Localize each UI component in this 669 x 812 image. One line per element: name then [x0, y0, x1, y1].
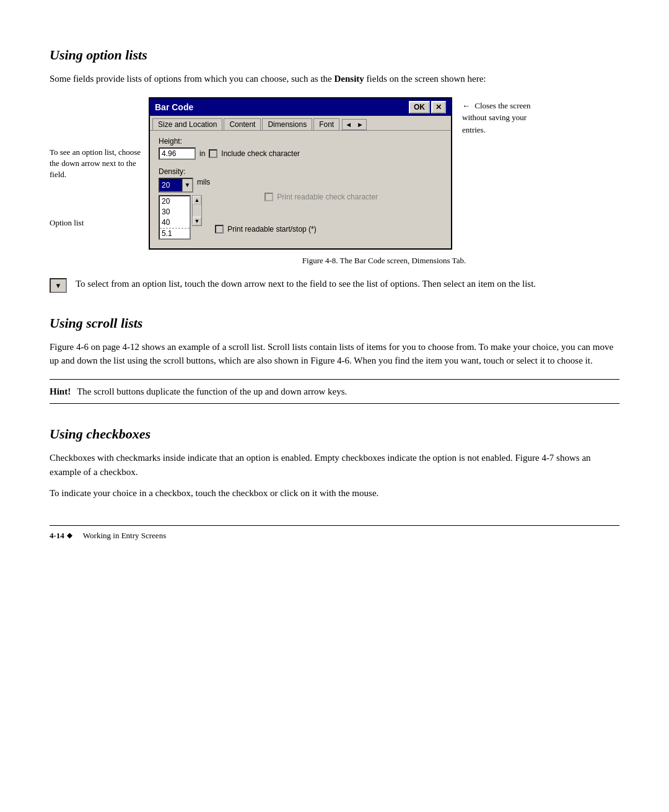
height-row: in Include check character	[159, 147, 442, 160]
scroll-lists-text: Figure 4-6 on page 4-12 shows an example…	[50, 340, 619, 368]
option-list-scrollbar: ▲ ▼	[192, 195, 202, 226]
tab-bar: Size and Location Content Dimensions Fon…	[150, 116, 451, 131]
annotation-option-list-instruction: To see an option list, choose the down a…	[50, 147, 149, 181]
section-using-checkboxes: Using checkboxes Checkboxes with checkma…	[50, 426, 619, 500]
density-right-content: Print readable check character Print rea…	[215, 178, 378, 234]
titlebar-buttons: OK ✕	[409, 101, 446, 113]
tab-size-location[interactable]: Size and Location	[152, 118, 222, 130]
option-list: 20 30 40 5.1	[159, 195, 191, 240]
scroll-up-button[interactable]: ▲	[193, 196, 201, 204]
hint-label: Hint!	[50, 385, 71, 399]
height-unit: in	[199, 149, 205, 158]
option-list-item-40[interactable]: 40	[160, 217, 190, 228]
print-start-stop-row: Print readable start/stop (*)	[215, 225, 378, 234]
section-title-option-lists: Using option lists	[50, 47, 619, 63]
tab-next-button[interactable]: ►	[354, 120, 366, 129]
option-list-row: 20 30 40 5.1 ▲ ▼	[159, 195, 202, 240]
dialog-title: Bar Code	[155, 102, 193, 112]
include-check-checkbox[interactable]	[209, 149, 217, 158]
density-input[interactable]: 20	[160, 179, 182, 191]
annotation-option-list-text: Option list	[50, 217, 84, 229]
density-dropdown-arrow[interactable]: ▼	[182, 179, 192, 191]
density-input-group: 20 ▼	[159, 178, 193, 193]
tab-prev-button[interactable]: ◄	[343, 120, 354, 129]
right-annotation-text: Closes the screen without saving your en…	[462, 101, 531, 134]
option-list-item-51[interactable]: 5.1	[160, 228, 190, 238]
print-start-stop-checkbox[interactable]	[215, 225, 224, 234]
option-list-item-20[interactable]: 20	[160, 196, 190, 207]
height-input[interactable]	[159, 147, 196, 160]
dropdown-icon: ▼	[55, 282, 62, 289]
page-number: 4-14 ◆	[50, 531, 72, 541]
page-number-text: 4-14	[50, 531, 64, 541]
footer-working-text: Working in Entry Screens	[83, 531, 166, 541]
close-button[interactable]: ✕	[431, 101, 446, 113]
tab-content[interactable]: Content	[224, 118, 261, 130]
figure-caption: Figure 4-8. The Bar Code screen, Dimensi…	[149, 256, 619, 266]
print-readable-check-label: Print readable check character	[277, 193, 378, 201]
checkboxes-text-2: To indicate your choice in a checkbox, t…	[50, 486, 619, 500]
include-check-label: Include check character	[221, 149, 300, 158]
tab-font[interactable]: Font	[313, 118, 339, 130]
tab-nav: ◄ ►	[342, 119, 367, 130]
dialog-body: Height: in Include check character Densi…	[150, 131, 451, 248]
section-using-scroll-lists: Using scroll lists Figure 4-6 on page 4-…	[50, 315, 619, 404]
dropdown-icon-box: ▼	[50, 278, 67, 293]
left-annotations: To see an option list, choose the down a…	[50, 97, 149, 229]
density-input-row: 20 ▼ mils	[159, 178, 210, 193]
density-unit: mils	[197, 178, 210, 186]
section-intro-text: Some fields provide lists of options fro…	[50, 72, 619, 86]
checkboxes-text-1: Checkboxes with checkmarks inside indica…	[50, 451, 619, 479]
print-readable-check-row: Print readable check character	[265, 193, 378, 201]
dialog-titlebar: Bar Code OK ✕	[150, 98, 451, 116]
hint-box: Hint! The scroll buttons duplicate the f…	[50, 379, 619, 404]
density-label: Density:	[159, 167, 442, 176]
height-label: Height:	[159, 137, 442, 146]
ok-button[interactable]: OK	[409, 101, 430, 113]
option-list-item-30[interactable]: 30	[160, 207, 190, 217]
section-title-checkboxes: Using checkboxes	[50, 426, 619, 442]
annotation-option-list-label: Option list	[50, 217, 149, 229]
dialog-barcode: Bar Code OK ✕ Size and Location Content …	[149, 97, 452, 250]
right-annotation: ← Closes the screen without saving your …	[452, 97, 551, 136]
tab-dimensions[interactable]: Dimensions	[262, 118, 312, 130]
print-readable-check-checkbox	[265, 193, 273, 201]
hint-text: The scroll buttons duplicate the functio…	[77, 385, 347, 399]
diagram-area: To see an option list, choose the down a…	[50, 97, 619, 250]
page-footer: 4-14 ◆ Working in Entry Screens	[50, 525, 619, 541]
section-title-scroll-lists: Using scroll lists	[50, 315, 619, 331]
include-check-row: Include check character	[209, 149, 300, 158]
section-using-option-lists: Using option lists Some fields provide l…	[50, 47, 619, 293]
scroll-down-button[interactable]: ▼	[193, 217, 201, 225]
print-start-stop-label: Print readable start/stop (*)	[227, 225, 316, 234]
icon-description-row: ▼ To select from an option list, touch t…	[50, 277, 619, 293]
icon-description-text: To select from an option list, touch the…	[76, 277, 536, 291]
close-arrow-icon: ←	[462, 100, 470, 112]
diamond-icon: ◆	[67, 531, 72, 539]
